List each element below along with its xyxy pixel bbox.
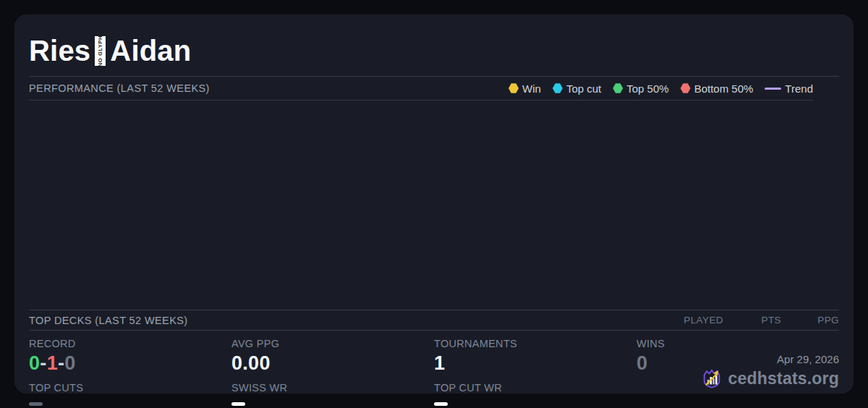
- missing-glyph-box: NO GLYPH: [95, 36, 106, 66]
- column-header-played: PLAYED: [665, 315, 723, 326]
- legend-label: Trend: [785, 82, 813, 95]
- record-value: 0-1-0: [29, 349, 231, 380]
- avg-ppg-value: 0.00: [231, 349, 434, 380]
- brand-wordmark: cedhstats.org: [728, 369, 839, 388]
- record-wins: 0: [29, 352, 40, 374]
- swiss-wr-label: SWISS WR: [231, 380, 434, 394]
- player-name-second: Aidan: [110, 35, 191, 67]
- legend-label: Bottom 50%: [694, 82, 754, 95]
- swiss-wr-value-dash: [231, 402, 245, 406]
- tournaments-value: 1: [434, 349, 637, 380]
- tournaments-label: TOURNAMENTS: [434, 336, 637, 349]
- legend-item-win: Win: [509, 82, 541, 95]
- date-label: Apr 29, 2026: [777, 353, 839, 365]
- player-name-title: Ries NO GLYPH Aidan: [29, 14, 839, 76]
- legend-item-top-50: Top 50%: [613, 82, 668, 95]
- legend-item-top-cut: Top cut: [553, 82, 601, 95]
- missing-glyph-label: NO GLYPH: [97, 36, 103, 66]
- card-footer: Apr 29, 2026 cedhstats.org: [701, 353, 839, 389]
- legend-item-bottom-50: Bottom 50%: [681, 82, 754, 95]
- stat-avg-ppg: AVG PPG 0.00 SWISS WR: [231, 336, 434, 408]
- top-decks-header-row: TOP DECKS (LAST 52 WEEKS) PLAYED PTS PPG: [29, 310, 839, 331]
- top-cuts-value-dash: [29, 402, 43, 406]
- top-decks-column-headers: PLAYED PTS PPG: [665, 315, 839, 326]
- top-cut-marker-icon: [553, 83, 563, 93]
- record-losses: 1: [47, 352, 58, 374]
- top-cut-wr-label: TOP CUT WR: [434, 380, 637, 394]
- performance-chart: [29, 101, 839, 310]
- chart-legend: Win Top cut Top 50% Bottom 50% Trend: [509, 82, 813, 95]
- stat-record: RECORD 0-1-0 TOP CUTS: [29, 336, 231, 408]
- top-cuts-label: TOP CUTS: [29, 380, 231, 394]
- wins-label: WINS: [637, 336, 839, 349]
- legend-label: Top 50%: [626, 82, 668, 95]
- legend-item-trend: Trend: [765, 82, 813, 95]
- top-50-marker-icon: [613, 83, 623, 93]
- bottom-50-marker-icon: [681, 83, 691, 93]
- legend-label: Top cut: [566, 82, 601, 95]
- brand-link[interactable]: cedhstats.org: [701, 367, 839, 389]
- record-label: RECORD: [29, 336, 231, 349]
- record-separator: -: [40, 352, 46, 374]
- cedhstats-crown-logo-icon: [701, 367, 723, 389]
- player-stats-card: Ries NO GLYPH Aidan PERFORMANCE (LAST 52…: [14, 14, 854, 394]
- performance-section-title: PERFORMANCE (LAST 52 WEEKS): [29, 82, 210, 94]
- stat-tournaments: TOURNAMENTS 1 TOP CUT WR: [434, 336, 637, 408]
- player-name-first: Ries: [29, 35, 90, 67]
- avg-ppg-label: AVG PPG: [231, 336, 434, 349]
- top-decks-section-title: TOP DECKS (LAST 52 WEEKS): [29, 315, 188, 326]
- legend-label: Win: [522, 82, 541, 95]
- record-separator: -: [58, 352, 64, 374]
- column-header-ppg: PPG: [781, 315, 839, 326]
- win-marker-icon: [509, 83, 519, 93]
- performance-header-row: PERFORMANCE (LAST 52 WEEKS) Win Top cut …: [29, 77, 813, 101]
- column-header-pts: PTS: [723, 315, 781, 326]
- record-draws: 0: [64, 352, 75, 374]
- top-cut-wr-value-dash: [434, 402, 448, 406]
- trend-line-icon: [765, 88, 781, 90]
